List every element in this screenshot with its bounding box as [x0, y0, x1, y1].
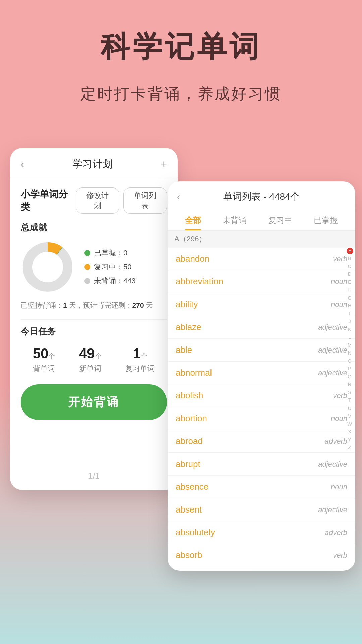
- tab-all[interactable]: 全部: [185, 215, 201, 230]
- alpha-t[interactable]: T: [347, 396, 353, 404]
- alpha-s[interactable]: S: [347, 389, 353, 396]
- word-pos: adjective: [318, 369, 347, 377]
- alpha-g[interactable]: G: [347, 294, 353, 302]
- word-row[interactable]: ability noun: [168, 293, 355, 316]
- alpha-b[interactable]: B: [347, 255, 353, 262]
- task-stat-num-review: 1个: [125, 345, 155, 362]
- cards-area: ‹ 学习计划 + 小学单词分类 修改计划 单词列表 总成就: [0, 135, 362, 584]
- alpha-l[interactable]: L: [347, 333, 353, 341]
- alpha-r[interactable]: R: [347, 381, 353, 388]
- alpha-z[interactable]: Z: [347, 444, 353, 451]
- word-name: absolutely: [176, 527, 215, 538]
- word-pos: adjective: [318, 323, 347, 332]
- alpha-j[interactable]: J: [347, 318, 353, 325]
- legend-dot-reviewing: [84, 264, 90, 270]
- left-card: ‹ 学习计划 + 小学单词分类 修改计划 单词列表 总成就: [10, 148, 178, 490]
- word-row[interactable]: abandon verb: [168, 248, 355, 270]
- donut-chart: [21, 240, 74, 294]
- btn-group: 修改计划 单词列表: [76, 187, 167, 214]
- alpha-a[interactable]: A: [347, 248, 353, 254]
- word-pos: adjective: [318, 460, 347, 469]
- section-title: 小学单词分类: [21, 188, 76, 213]
- word-pos: verb: [333, 391, 347, 400]
- tabs-row: 全部 未背诵 复习中 已掌握: [168, 208, 355, 231]
- alpha-n[interactable]: N: [347, 349, 353, 357]
- left-card-back-btn[interactable]: ‹: [21, 158, 24, 170]
- word-name: absent: [176, 504, 202, 515]
- word-row-able[interactable]: able adjective: [168, 339, 355, 362]
- word-row[interactable]: abroad adverb: [168, 430, 355, 453]
- donut-row: 已掌握：0 复习中：50 未背诵：443: [21, 240, 167, 294]
- word-row[interactable]: abortion noun: [168, 407, 355, 430]
- left-card-add-btn[interactable]: +: [161, 158, 167, 170]
- word-pos: noun: [331, 483, 347, 491]
- word-name: abortion: [176, 413, 207, 424]
- word-row[interactable]: abnormal adjective: [168, 362, 355, 384]
- left-card-footer: 1/1: [10, 471, 178, 481]
- word-pos: adverb: [325, 437, 347, 446]
- alpha-u[interactable]: U: [347, 405, 353, 412]
- right-card-back-btn[interactable]: ‹: [177, 191, 180, 202]
- legend-label-unlearned: 未背诵：443: [94, 276, 136, 286]
- word-pos: noun: [331, 277, 347, 286]
- section-header-bar: A（296）: [168, 231, 355, 248]
- word-row[interactable]: abolish verb: [168, 384, 355, 407]
- alpha-o[interactable]: O: [347, 357, 353, 365]
- tab-reviewing[interactable]: 复习中: [268, 215, 292, 230]
- legend-item-unlearned: 未背诵：443: [84, 276, 136, 286]
- word-row[interactable]: abrupt adjective: [168, 453, 355, 476]
- modify-plan-btn[interactable]: 修改计划: [76, 187, 119, 214]
- main-title: 科学记单词: [0, 27, 362, 67]
- word-name: abnormal: [176, 368, 212, 378]
- tab-unlearned[interactable]: 未背诵: [223, 215, 247, 230]
- legend-label-reviewing: 复习中：50: [94, 262, 131, 272]
- word-name: able: [176, 345, 192, 355]
- alpha-k[interactable]: K: [347, 326, 353, 333]
- alpha-f[interactable]: F: [347, 286, 353, 294]
- word-name: absence: [176, 482, 208, 492]
- task-stat-desc-review: 复习单词: [125, 364, 155, 374]
- task-stat-num-new: 49个: [79, 345, 102, 362]
- alpha-h[interactable]: H: [347, 302, 353, 310]
- word-name: ablaze: [176, 322, 201, 332]
- right-card-header: ‹ 单词列表 - 4484个: [168, 181, 355, 203]
- word-row[interactable]: abbreviation noun: [168, 270, 355, 293]
- word-name: ability: [176, 299, 198, 310]
- alpha-q[interactable]: Q: [347, 373, 353, 381]
- left-card-title: 学习计划: [24, 157, 161, 171]
- word-row[interactable]: absorb verb: [168, 544, 355, 567]
- alpha-m[interactable]: M: [347, 341, 353, 349]
- tab-mastered[interactable]: 已掌握: [314, 215, 338, 230]
- word-pos: adverb: [325, 528, 347, 537]
- word-list-btn[interactable]: 单词列表: [123, 187, 167, 214]
- word-list: A B C D E F G H I J K L M N O P Q R S T: [168, 248, 355, 567]
- alpha-c[interactable]: C: [347, 263, 353, 270]
- start-recite-btn[interactable]: 开始背诵: [21, 384, 167, 420]
- word-row[interactable]: absent adjective: [168, 498, 355, 521]
- alpha-p[interactable]: P: [347, 365, 353, 373]
- word-pos: noun: [331, 414, 347, 423]
- alpha-y[interactable]: Y: [347, 436, 353, 444]
- alpha-x[interactable]: X: [347, 428, 353, 436]
- legend-item-mastered: 已掌握：0: [84, 248, 136, 258]
- word-name: abolish: [176, 390, 203, 401]
- task-stat-new: 49个 新单词: [79, 345, 102, 374]
- word-row[interactable]: absence noun: [168, 476, 355, 498]
- word-row[interactable]: absolutely adverb: [168, 521, 355, 544]
- task-stat-num-total: 50个: [33, 345, 55, 362]
- alpha-w[interactable]: W: [347, 420, 353, 428]
- task-stats-row: 50个 背单词 49个 新单词 1个 复习单词: [21, 345, 167, 374]
- word-pos: verb: [333, 255, 347, 263]
- word-name: absorb: [176, 550, 202, 560]
- alpha-v[interactable]: V: [347, 412, 353, 420]
- word-row[interactable]: ablaze adjective: [168, 316, 355, 339]
- word-name: abbreviation: [176, 276, 223, 287]
- legend-list: 已掌握：0 复习中：50 未背诵：443: [84, 248, 136, 286]
- alpha-d[interactable]: D: [347, 270, 353, 278]
- task-stat-desc-new: 新单词: [79, 364, 102, 374]
- left-card-header: ‹ 学习计划 +: [10, 148, 178, 178]
- alpha-i[interactable]: I: [347, 310, 353, 318]
- task-stat-desc-total: 背单词: [33, 364, 55, 374]
- legend-label-mastered: 已掌握：0: [94, 248, 127, 258]
- alpha-e[interactable]: E: [347, 278, 353, 286]
